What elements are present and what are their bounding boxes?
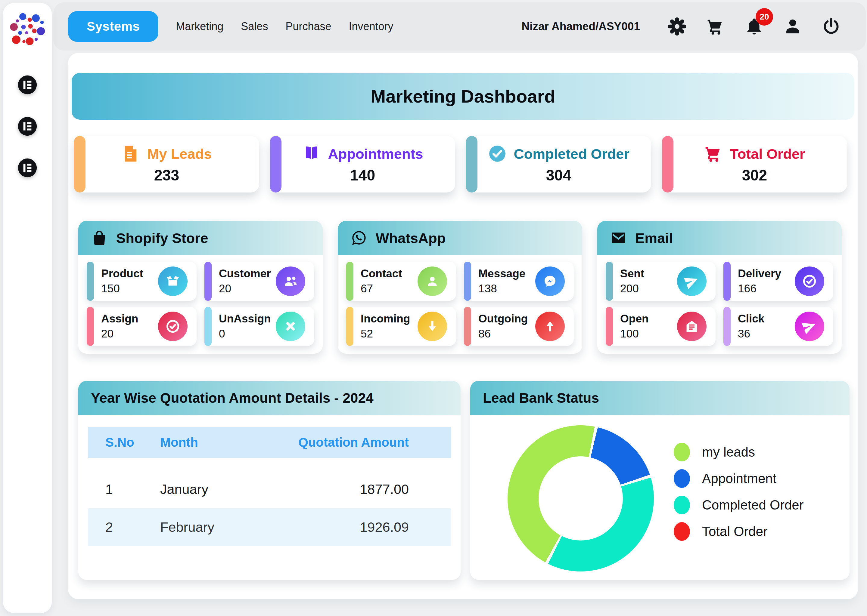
notification-badge: 20 [756, 8, 773, 25]
metric-card-delivery[interactable]: Delivery166 [724, 262, 833, 301]
metric-card-unassign[interactable]: UnAssign0 [204, 307, 314, 346]
shopping-bag-icon [91, 229, 108, 246]
person-icon[interactable] [783, 17, 802, 36]
accent-bar [464, 307, 471, 346]
stat-label: My Leads [147, 146, 212, 162]
quotation-table: S.No Month Quotation Amount 1 January 18… [78, 415, 460, 546]
messenger-icon [535, 267, 565, 296]
stat-card-appointments[interactable]: Appointments 140 [270, 136, 455, 193]
stat-value: 302 [742, 167, 767, 184]
metric-card-product[interactable]: Product150 [87, 262, 197, 301]
lead-bank-status-card: Lead Bank Status my leads Appointment [470, 381, 850, 580]
legend-label: Appointment [702, 471, 776, 486]
brand-logo[interactable] [8, 11, 47, 50]
legend-item-total-order: Total Order [674, 522, 804, 541]
systems-button[interactable]: Systems [68, 11, 158, 42]
legend-dot [674, 522, 690, 541]
cell-amount: 1877.00 [282, 482, 451, 497]
panel-header: Lead Bank Status [470, 381, 850, 415]
metric-value: 150 [101, 283, 143, 295]
table-row: 2 February 1926.09 [88, 508, 451, 546]
metric-label: UnAssign [219, 313, 271, 325]
metric-card-click[interactable]: Click36 [724, 307, 833, 346]
metric-value: 0 [219, 328, 271, 340]
gear-icon[interactable] [668, 17, 686, 36]
metric-value: 166 [738, 283, 781, 295]
metric-card-customer[interactable]: Customer20 [204, 262, 314, 301]
accent-bar [346, 262, 353, 301]
accent-bar [87, 262, 94, 301]
column-header-quotation-amount: Quotation Amount [282, 435, 451, 449]
open-box-icon [158, 267, 188, 296]
accent-bar [270, 136, 282, 193]
x-icon [276, 312, 305, 341]
metric-value: 100 [620, 328, 649, 340]
nav-item-marketing[interactable]: Marketing [176, 20, 223, 33]
panel-body: Sent200 Delivery166 Open100 [597, 255, 842, 354]
column-header-sno: S.No [88, 435, 160, 449]
nav-item-inventory[interactable]: Inventory [349, 20, 394, 33]
legend-item-appointment: Appointment [674, 469, 804, 488]
accent-bar [204, 262, 212, 301]
cart-icon[interactable] [706, 17, 725, 36]
arrow-up-icon [535, 312, 565, 341]
user-name: Nizar Ahamed/ASY001 [522, 20, 640, 33]
stat-value: 233 [154, 167, 179, 184]
top-navbar: Systems Marketing Sales Purchase Invento… [54, 2, 866, 50]
elementor-icon [17, 75, 38, 95]
sidebar-menu [17, 75, 38, 178]
bell-icon[interactable]: 20 [745, 17, 763, 36]
metric-label: Outgoing [478, 313, 528, 325]
person-icon [418, 267, 447, 296]
metric-card-assign[interactable]: Assign20 [87, 307, 197, 346]
accent-bar [606, 262, 613, 301]
paper-plane-icon [677, 267, 706, 296]
dashboard-banner: Marketing Dashboard [72, 73, 854, 120]
metric-value: 200 [620, 283, 644, 295]
metric-value: 52 [361, 328, 410, 340]
email-panel: Email Sent200 Delivery166 [597, 221, 842, 354]
stat-card-completed-order[interactable]: Completed Order 304 [466, 136, 651, 193]
accent-bar [466, 136, 478, 193]
check-badge-icon [795, 267, 824, 296]
metric-card-incoming[interactable]: Incoming52 [346, 307, 456, 346]
metric-card-open[interactable]: Open100 [606, 307, 716, 346]
page-title: Marketing Dashboard [370, 86, 555, 107]
whatsapp-panel: WhatsApp Contact67 Message138 [338, 221, 582, 354]
metric-panels-row: Shopify Store Product150 Customer20 [78, 221, 842, 354]
metric-card-outgoing[interactable]: Outgoing86 [464, 307, 574, 346]
sidebar-menu-button-3[interactable] [17, 158, 38, 178]
metric-value: 86 [478, 328, 528, 340]
elementor-icon [17, 158, 38, 178]
metric-label: Message [478, 267, 525, 280]
metric-card-message[interactable]: Message138 [464, 262, 574, 301]
legend-dot [674, 496, 690, 514]
stat-cards-row: My Leads 233 Appointments 140 Completed … [74, 136, 847, 193]
nav-item-purchase[interactable]: Purchase [285, 20, 331, 33]
metric-value: 67 [361, 283, 402, 295]
stat-card-total-order[interactable]: Total Order 302 [662, 136, 847, 193]
accent-bar [724, 262, 731, 301]
panel-header: Year Wise Quotation Amount Details - 202… [78, 381, 460, 415]
table-row: 1 January 1877.00 [88, 470, 451, 508]
panel-title: Email [635, 230, 673, 246]
panel-header: Email [597, 221, 842, 255]
cell-sno: 1 [88, 482, 160, 497]
metric-card-contact[interactable]: Contact67 [346, 262, 456, 301]
sidebar-menu-button-2[interactable] [17, 116, 38, 137]
metric-value: 20 [219, 283, 271, 295]
sidebar-menu-button-1[interactable] [17, 75, 38, 95]
metric-label: Assign [101, 313, 138, 325]
navbar-right: Nizar Ahamed/ASY001 20 [522, 17, 866, 36]
stat-card-my-leads[interactable]: My Leads 233 [74, 136, 259, 193]
metric-label: Customer [219, 267, 271, 280]
chart-legend: my leads Appointment Completed Order Tot… [674, 443, 804, 541]
stat-label: Total Order [730, 146, 805, 162]
accent-bar [204, 307, 212, 346]
stat-value: 140 [350, 167, 375, 184]
metric-card-sent[interactable]: Sent200 [606, 262, 716, 301]
chart-title: Lead Bank Status [483, 390, 599, 406]
nav-item-sales[interactable]: Sales [241, 20, 268, 33]
legend-item-my-leads: my leads [674, 443, 804, 461]
power-icon[interactable] [822, 17, 840, 36]
